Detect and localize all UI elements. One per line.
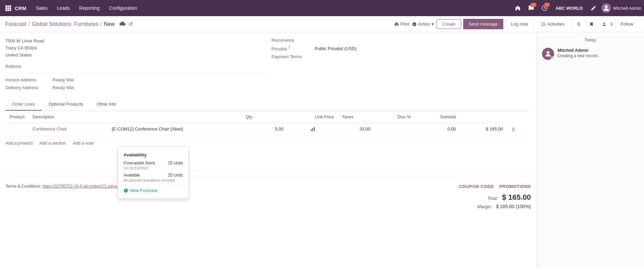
chatter-user-message: Creating a new record... (557, 53, 639, 58)
row-disc[interactable]: 0.00 (415, 123, 460, 137)
pricelist-label: Pricelist ? (272, 45, 312, 51)
row-unit-price[interactable]: 33.00 (338, 123, 374, 137)
main-layout: 7500 W Linne Road Tracy CA 95304 United … (0, 32, 644, 268)
col-chart (257, 111, 287, 123)
tab-other-info[interactable]: Other Info (90, 98, 123, 111)
svg-rect-8 (9, 9, 11, 11)
forecasted-stock-label: Forecasted Stock (124, 161, 155, 165)
add-note-button[interactable]: Add a note (73, 141, 94, 146)
promotions-button[interactable]: PROMOTIONS (499, 184, 531, 189)
print-button[interactable]: Print (394, 22, 409, 27)
row-chart-icon[interactable] (287, 123, 338, 137)
total-value: $ 165.00 (502, 193, 531, 202)
cloud-save-icon[interactable] (120, 21, 126, 28)
address-line2: Tracy CA 95304 (5, 45, 265, 52)
chat-badge: 15 (530, 3, 537, 7)
margin-label: Margin: (477, 204, 492, 209)
user-menu[interactable]: Mitchell Admin (602, 3, 641, 13)
col-unit-price: Unit Price (287, 111, 338, 123)
tabs-container: Order Lines Optional Products Other Info (5, 98, 531, 111)
row-drag-handle[interactable]: ⋮⋮ (5, 123, 29, 137)
activities-button[interactable]: Activities (536, 19, 570, 29)
breadcrumb-sep-1: / (28, 21, 30, 27)
bottom-section: Terms & Conditions: https://22795722-16-… (5, 170, 531, 209)
row-product[interactable]: Conference Chair (29, 123, 108, 137)
svg-rect-7 (7, 9, 9, 11)
available-value: 25 Units (168, 173, 183, 178)
total-label: Total: (487, 196, 498, 201)
order-table: Product Description Qty Unit Price Taxes… (5, 111, 531, 137)
breadcrumb-forecast[interactable]: Forecast (5, 21, 26, 27)
terms-row: Terms & Conditions: https://22795722-16-… (5, 184, 137, 189)
tab-optional-products[interactable]: Optional Products (42, 98, 90, 111)
attachment-count: 0 (611, 22, 613, 27)
forecasted-stock-value: 25 Units (168, 161, 183, 165)
add-product-button[interactable]: Add a product (5, 141, 33, 146)
view-forecast-button[interactable]: View Forecast (124, 188, 157, 193)
wrench-icon[interactable] (588, 3, 599, 13)
nav-item-sales[interactable]: Sales (32, 3, 52, 13)
send-message-button[interactable]: Send message (463, 19, 503, 29)
svg-rect-13 (314, 127, 315, 131)
create-button[interactable]: Create (437, 19, 461, 29)
col-product: Product (5, 111, 29, 123)
discard-icon[interactable]: ↺ (128, 21, 133, 27)
user-avatar (602, 3, 611, 13)
chat-icon[interactable]: 15 (526, 3, 537, 13)
availability-popup: Availability Forecasted Stock 25 Units O… (118, 147, 189, 199)
delete-row-button[interactable]: 🗑 (511, 126, 516, 132)
address-line3: United States (5, 52, 265, 59)
log-note-button[interactable]: Log note (505, 19, 534, 29)
available-label: Available (124, 173, 140, 178)
app-name[interactable]: CRM (15, 5, 26, 11)
svg-point-14 (547, 51, 549, 54)
grid-menu-icon[interactable] (3, 3, 13, 13)
col-subtotal: Subtotal (415, 111, 460, 123)
top-navigation: CRM Sales Leads Reporting Configuration … (0, 0, 644, 16)
table-row: ⋮⋮ Conference Chair [E-COM12] Conference… (5, 123, 531, 137)
svg-rect-2 (9, 5, 11, 7)
add-section-button[interactable]: Add a section (39, 141, 66, 146)
chatter-avatar (542, 48, 554, 60)
row-taxes[interactable] (374, 123, 415, 137)
breadcrumb-bar: Forecast / Global Solutions: Furnitures … (0, 16, 644, 32)
breadcrumb-sep-2: / (100, 21, 102, 27)
invoice-address-value[interactable]: Ready Mat (53, 77, 74, 82)
popup-title: Availability (124, 152, 183, 157)
col-taxes: Taxes (338, 111, 374, 123)
bookmark-icon[interactable] (585, 19, 598, 29)
referrer-label: Referrer (5, 64, 53, 69)
row-description: [E-COM12] Conference Chair (Steel) (108, 123, 257, 137)
tab-order-lines[interactable]: Order Lines (5, 98, 42, 111)
chatter-area: Today Mitchell Admin Creating a new reco… (536, 32, 644, 268)
chatter-content: Mitchell Admin Creating a new record... (557, 48, 639, 60)
chatter-message: Mitchell Admin Creating a new record... (542, 48, 639, 60)
margin-value: $ 165.00 (100%) (496, 204, 531, 209)
follow-button[interactable]: Follow (615, 19, 639, 29)
clock-icon[interactable]: 37 (539, 3, 550, 13)
avatar-status (551, 56, 554, 60)
row-delete[interactable]: 🗑 (507, 123, 531, 137)
coupon-code-button[interactable]: COUPON CODE (459, 184, 494, 189)
col-description: Description (29, 111, 108, 123)
delivery-address-label: Delivery Address (5, 85, 53, 90)
nav-item-leads[interactable]: Leads (53, 3, 74, 13)
action-button[interactable]: Action ▾ (412, 22, 434, 27)
payment-terms-label: Payment Terms (272, 54, 312, 59)
paperclip-icon[interactable] (572, 19, 585, 29)
add-buttons: Add a product Add a section Add a note (5, 137, 531, 150)
forecasted-stock-date: On 01/16/2023 (124, 166, 183, 170)
chatter-user-name: Mitchell Admin (557, 48, 639, 53)
person-icon[interactable] (598, 19, 611, 29)
svg-point-10 (605, 5, 608, 8)
breadcrumb-company[interactable]: Global Solutions: Furnitures (32, 21, 98, 27)
nav-item-configuration[interactable]: Configuration (105, 3, 141, 13)
pricelist-value: Public Pricelist (USD) (315, 46, 357, 51)
home-icon[interactable] (512, 3, 523, 13)
pricelist-help[interactable]: ? (288, 45, 290, 49)
nav-item-reporting[interactable]: Reporting (75, 3, 104, 13)
svg-rect-6 (5, 9, 7, 11)
svg-rect-1 (7, 5, 9, 7)
row-qty[interactable]: 5.00 (257, 123, 287, 137)
delivery-address-value[interactable]: Ready Mat (53, 85, 74, 90)
